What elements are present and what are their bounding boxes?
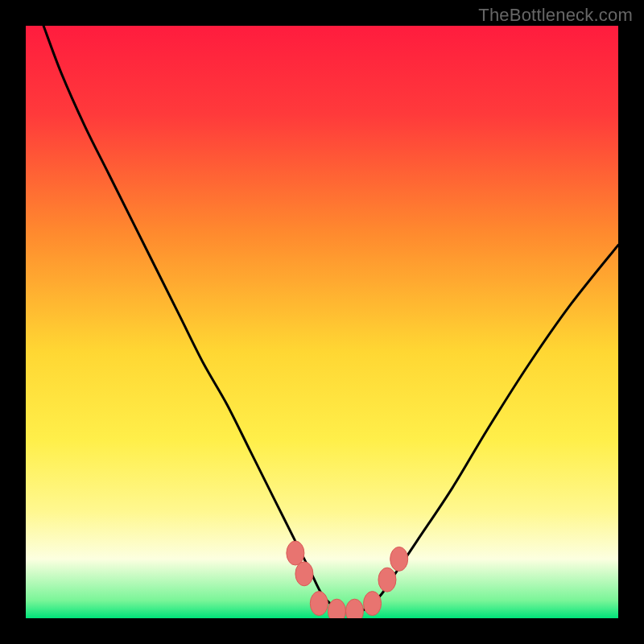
- curve-marker: [345, 599, 363, 618]
- curve-marker: [295, 562, 313, 586]
- curve-marker: [287, 541, 304, 565]
- chart-frame: TheBottleneck.com: [0, 0, 644, 644]
- curve-marker: [328, 599, 345, 618]
- curve-marker: [390, 547, 408, 571]
- curve-marker: [310, 592, 328, 616]
- curve-marker: [378, 568, 396, 592]
- attribution-text: TheBottleneck.com: [478, 5, 633, 26]
- curve-marker: [364, 592, 382, 616]
- bottleneck-curve: [43, 26, 618, 613]
- plot-area: [26, 26, 618, 618]
- curve-layer: [26, 26, 618, 618]
